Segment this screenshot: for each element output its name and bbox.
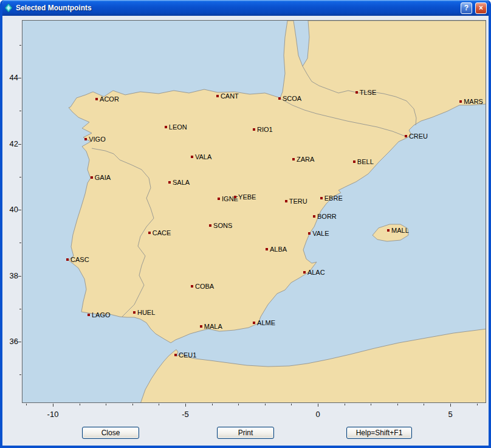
mountpoint-marker-tlse xyxy=(355,91,358,94)
mountpoint-marker-gaia xyxy=(91,176,93,179)
mountpoint-label-yebe: YEBE xyxy=(238,193,256,201)
x-minor-tick xyxy=(238,404,239,405)
markers-layer: ACORCANTSCOATLSEMARSVIGOLEONRIO1CREUVALA… xyxy=(22,21,486,402)
mountpoint-label-scoa: SCOA xyxy=(283,94,301,103)
mountpoint-label-rio1: RIO1 xyxy=(257,125,273,134)
mountpoint-marker-leon xyxy=(165,126,167,128)
mountpoint-label-bell: BELL xyxy=(357,157,374,166)
x-minor-tick xyxy=(371,404,371,405)
mountpoint-marker-vale xyxy=(308,232,311,235)
mountpoint-marker-alac xyxy=(303,271,306,274)
mountpoint-label-teru: TERU xyxy=(289,197,307,205)
y-major-tick xyxy=(18,342,21,342)
mountpoint-label-alme: ALME xyxy=(257,319,275,327)
dialog-client-area: ACORCANTSCOATLSEMARSVIGOLEONRIO1CREUVALA… xyxy=(2,16,489,446)
map-plot: ACORCANTSCOATLSEMARSVIGOLEONRIO1CREUVALA… xyxy=(22,20,486,403)
mountpoint-marker-rio1 xyxy=(253,128,255,131)
print-button[interactable]: Print xyxy=(217,427,274,439)
x-major-tick xyxy=(450,404,451,407)
y-major-tick xyxy=(18,144,21,145)
y-minor-tick xyxy=(19,177,21,177)
y-minor-tick xyxy=(19,111,21,111)
selected-mountpoints-window: Selected Mountpoints ? × ACORCANTSCOATLS… xyxy=(0,0,491,448)
app-icon xyxy=(4,4,13,12)
mountpoint-label-vigo: VIGO xyxy=(89,135,106,143)
mountpoint-marker-igne xyxy=(218,198,220,200)
y-major-tick xyxy=(18,78,21,78)
y-tick-label: 36 xyxy=(2,337,18,346)
mountpoint-marker-coba xyxy=(191,285,193,288)
mountpoint-label-mala: MALA xyxy=(204,322,222,331)
x-minor-tick xyxy=(265,404,266,405)
mountpoint-marker-mall xyxy=(387,229,390,232)
y-minor-tick xyxy=(19,45,21,46)
mountpoint-marker-vigo xyxy=(84,138,87,140)
mountpoint-marker-lago xyxy=(88,314,90,316)
x-major-tick xyxy=(53,404,53,407)
mountpoint-marker-scoa xyxy=(278,97,281,100)
mountpoint-label-sons: SONS xyxy=(213,221,232,230)
mountpoint-label-acor: ACOR xyxy=(100,95,119,103)
mountpoint-label-mars: MARS xyxy=(464,97,483,106)
y-minor-tick xyxy=(19,243,21,243)
mountpoint-marker-cant xyxy=(216,95,219,97)
titlebar-close-button[interactable]: × xyxy=(475,2,487,14)
mountpoint-marker-zara xyxy=(292,158,295,160)
close-button[interactable]: Close xyxy=(82,427,139,439)
mountpoint-label-cant: CANT xyxy=(221,92,239,100)
x-tick-label: 5 xyxy=(441,410,459,419)
mountpoint-label-coba: COBA xyxy=(195,282,214,291)
x-minor-tick xyxy=(132,404,133,405)
mountpoint-label-zara: ZARA xyxy=(297,155,314,164)
mountpoint-marker-vala xyxy=(191,156,193,158)
mountpoint-label-mall: MALL xyxy=(391,226,409,235)
mountpoint-marker-sons xyxy=(209,224,211,227)
mountpoint-marker-sala xyxy=(168,181,171,184)
mountpoint-marker-ebre xyxy=(320,197,323,199)
x-minor-tick xyxy=(477,404,478,405)
x-minor-tick xyxy=(424,404,424,405)
mountpoint-label-ebre: EBRE xyxy=(324,194,343,202)
help-shortcut-button[interactable]: Help=Shift+F1 xyxy=(346,427,412,439)
x-minor-tick xyxy=(159,404,159,405)
mountpoint-marker-casc xyxy=(66,258,69,261)
mountpoint-label-sala: SALA xyxy=(173,178,190,187)
x-major-tick xyxy=(318,404,318,407)
mountpoint-marker-mala xyxy=(200,325,202,328)
y-major-tick xyxy=(18,210,21,210)
mountpoint-label-huel: HUEL xyxy=(137,308,155,317)
mountpoint-label-vale: VALE xyxy=(312,229,329,238)
window-title: Selected Mountpoints xyxy=(16,4,458,12)
y-major-tick xyxy=(18,276,21,277)
mountpoint-marker-teru xyxy=(285,200,287,202)
mountpoint-marker-cace xyxy=(148,232,151,234)
mountpoint-label-vala: VALA xyxy=(195,153,211,161)
mountpoint-marker-yebe xyxy=(234,196,236,198)
y-tick-label: 42 xyxy=(2,139,18,148)
x-minor-tick xyxy=(212,404,213,405)
mountpoint-label-alac: ALAC xyxy=(307,268,325,277)
x-minor-tick xyxy=(291,404,292,405)
titlebar-help-button[interactable]: ? xyxy=(461,2,472,14)
mountpoint-label-leon: LEON xyxy=(169,123,187,131)
mountpoint-label-tlse: TLSE xyxy=(360,88,377,97)
mountpoint-label-cace: CACE xyxy=(153,229,171,237)
mountpoint-label-ceu1: CEU1 xyxy=(179,351,196,359)
mountpoint-label-alba: ALBA xyxy=(270,245,287,253)
x-tick-label: -5 xyxy=(176,410,194,419)
mountpoint-marker-bell xyxy=(353,160,355,163)
mountpoint-marker-borr xyxy=(313,215,315,218)
mountpoint-marker-acor xyxy=(95,98,98,100)
x-minor-tick xyxy=(397,404,398,405)
x-minor-tick xyxy=(106,404,106,405)
mountpoint-marker-huel xyxy=(133,311,136,314)
x-major-tick xyxy=(185,404,186,407)
mountpoint-marker-alba xyxy=(266,248,268,250)
mountpoint-label-casc: CASC xyxy=(70,255,89,264)
mountpoint-marker-alme xyxy=(253,322,255,324)
mountpoint-label-lago: LAGO xyxy=(92,311,111,319)
window-titlebar[interactable]: Selected Mountpoints ? × xyxy=(0,0,491,16)
mountpoint-label-borr: BORR xyxy=(317,212,337,221)
x-minor-tick xyxy=(26,404,27,405)
y-minor-tick xyxy=(19,309,21,309)
